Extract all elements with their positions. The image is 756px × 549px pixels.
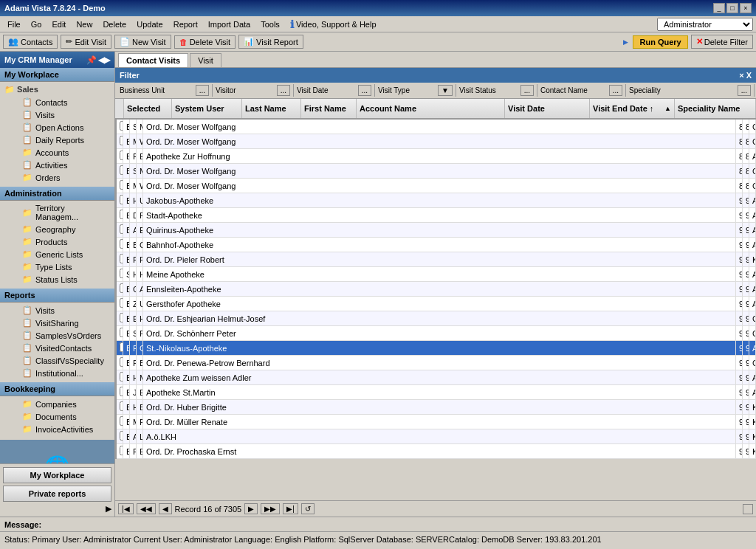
checkbox-cell[interactable] xyxy=(116,164,123,179)
checkbox-cell[interactable] xyxy=(116,208,123,223)
col-first-name[interactable]: First Name xyxy=(301,99,357,118)
nav-visited-contacts[interactable]: 📋 VisitedContacts xyxy=(0,342,114,354)
edit-visit-button[interactable]: ✏ Edit Visit xyxy=(61,35,111,49)
delete-visit-button[interactable]: 🗑 Delete Visit xyxy=(174,35,236,49)
table-row[interactable]: Barth,AlexisEshjearianHelmut-JosefOrd. D… xyxy=(115,311,756,326)
minimize-btn[interactable]: _ xyxy=(713,3,725,13)
nav-visits[interactable]: 📋 Visits xyxy=(0,108,114,121)
checkbox-cell[interactable] xyxy=(116,400,123,415)
nav-status-lists[interactable]: 📁 Status Lists xyxy=(0,273,114,286)
nav-samples-vs-orders[interactable]: 📋 SamplesVsOrders xyxy=(0,329,114,342)
checkbox-cell[interactable] xyxy=(116,134,123,149)
row-checkbox[interactable] xyxy=(120,313,123,322)
nav-classif-speciality[interactable]: 📋 ClassifVsSpeciality xyxy=(0,354,114,367)
menu-new[interactable]: New xyxy=(72,18,97,30)
table-row[interactable]: Bauer,BirgitMoserWolfgangOrd. Dr. Moser … xyxy=(115,179,756,193)
menu-go[interactable]: Go xyxy=(27,18,47,30)
refresh-btn[interactable]: ↺ xyxy=(301,503,315,514)
row-checkbox[interactable] xyxy=(120,269,123,278)
reports-header[interactable]: Reports xyxy=(0,289,114,303)
col-visit-end-date[interactable]: Visit End Date ↑ ▲ xyxy=(590,99,675,118)
checkbox-cell[interactable] xyxy=(116,356,123,370)
checkbox-cell[interactable] xyxy=(116,311,123,326)
checkbox-cell[interactable] xyxy=(116,267,123,282)
row-checkbox[interactable] xyxy=(120,342,123,352)
checkbox-cell[interactable] xyxy=(116,193,123,208)
nav-activities[interactable]: 📋 Activities xyxy=(0,159,114,171)
nav-territory[interactable]: 📁 Territory Managem... xyxy=(0,202,114,223)
bookkeeping-header[interactable]: Bookkeeping xyxy=(0,382,114,396)
checkbox-cell[interactable] xyxy=(116,415,123,429)
nav-accounts[interactable]: 📁 Accounts xyxy=(0,146,114,159)
checkbox-cell[interactable] xyxy=(116,385,123,400)
checkbox-cell[interactable] xyxy=(116,370,123,385)
row-checkbox[interactable] xyxy=(120,210,123,219)
checkbox-cell[interactable] xyxy=(116,326,123,341)
row-checkbox[interactable] xyxy=(120,401,123,411)
table-row[interactable]: Barth,AlexisGöklerAnnemarieEnnsleiten-Ap… xyxy=(115,282,756,297)
nav-open-actions[interactable]: 📋 Open Actions xyxy=(0,121,114,134)
row-checkbox[interactable] xyxy=(120,446,123,455)
row-checkbox[interactable] xyxy=(120,121,123,131)
private-reports-button[interactable]: Private reports xyxy=(3,486,111,502)
checkbox-cell[interactable] xyxy=(116,429,123,444)
table-row[interactable]: Schwab,MartinHaditschHeinrichMeine Apoth… xyxy=(115,267,756,282)
table-row[interactable]: Barth,AlexisJungmeisterErnstApotheke St.… xyxy=(115,385,756,400)
table-row[interactable]: Barth,AlexisPenewa-PetroBernhardOrd. Dr.… xyxy=(115,356,756,370)
filter-visit-status-btn[interactable]: ... xyxy=(520,85,534,96)
row-checkbox[interactable] xyxy=(120,195,123,204)
menu-help[interactable]: ℹ Video, Support & Help xyxy=(286,17,381,32)
next-record-btn[interactable]: ▶ xyxy=(244,503,258,514)
row-checkbox[interactable] xyxy=(120,431,123,441)
admin-dropdown[interactable]: Administrator xyxy=(657,18,753,31)
col-last-name[interactable]: Last Name xyxy=(242,99,301,118)
checkbox-cell[interactable] xyxy=(116,282,123,297)
menu-update[interactable]: Update xyxy=(132,18,167,30)
menu-file[interactable]: File xyxy=(3,18,25,30)
nav-documents[interactable]: 📁 Documents xyxy=(0,410,114,423)
table-row[interactable]: Bauer,BirgitMüllerRenateOrd. Dr. Müller … xyxy=(115,415,756,429)
checkbox-cell[interactable] xyxy=(116,223,123,238)
checkbox-cell[interactable] xyxy=(116,238,123,252)
maximize-btn[interactable]: □ xyxy=(726,3,738,13)
filter-visit-date-btn[interactable]: ... xyxy=(358,85,371,96)
col-account-name[interactable]: Account Name xyxy=(357,99,505,118)
visit-report-button[interactable]: 📊 Visit Report xyxy=(238,35,303,49)
tab-visit[interactable]: Visit xyxy=(190,53,221,67)
filter-speciality-btn[interactable]: ... xyxy=(738,85,751,96)
menu-report[interactable]: Report xyxy=(169,18,202,30)
next-page-btn[interactable]: ▶▶ xyxy=(261,503,280,514)
nav-geography[interactable]: 📁 Geography xyxy=(0,223,114,235)
row-checkbox[interactable] xyxy=(120,416,123,426)
table-row[interactable]: Barth,AlexisHultschMarthaApotheke Zum we… xyxy=(115,370,756,385)
col-selected[interactable]: Selected xyxy=(124,99,172,118)
nav-orders[interactable]: 📁 Orders xyxy=(0,171,114,184)
nav-daily-reports[interactable]: 📋 Daily Reports xyxy=(0,134,114,146)
nav-institutional[interactable]: 📋 Institutional... xyxy=(0,367,114,379)
row-checkbox[interactable] xyxy=(120,136,123,145)
table-row[interactable]: Bauer,BirgitSalzerMariettaOrd. Dr. Moser… xyxy=(115,164,756,179)
checkbox-cell[interactable] xyxy=(116,341,123,356)
admin-header[interactable]: Administration xyxy=(0,187,114,201)
row-checkbox[interactable] xyxy=(120,328,123,337)
menu-import[interactable]: Import Data xyxy=(204,18,255,30)
table-row[interactable]: Barth,AlexisDostalFranzStadt-Apotheke9/1… xyxy=(115,208,756,223)
collapse-arrow[interactable]: ▶ xyxy=(106,504,111,514)
nav-invoice-activities[interactable]: 📁 InvoiceActivities xyxy=(0,423,114,435)
menu-delete[interactable]: Delete xyxy=(98,18,131,30)
nav-reports-visits[interactable]: 📋 Visits xyxy=(0,304,114,317)
checkbox-cell[interactable] xyxy=(116,444,123,459)
nav-contacts[interactable]: 📋 Contacts xyxy=(0,96,114,108)
table-row[interactable]: Barth,AlexisBrunoCorinnaBahnhof-Apotheke… xyxy=(115,238,756,252)
table-row[interactable]: Barth,AlexisAichnerElisabethQuirinus-Apo… xyxy=(115,223,756,238)
row-checkbox[interactable] xyxy=(120,224,123,234)
checkbox-cell[interactable] xyxy=(116,252,123,267)
table-row[interactable]: Barth,AlexisHönigUrsulaJakobus-Apotheke9… xyxy=(115,193,756,208)
checkbox-cell[interactable] xyxy=(116,149,123,164)
table-row[interactable]: Bauer,BirgitSchönherrPeterOrd. Dr. Schön… xyxy=(115,326,756,341)
row-checkbox[interactable] xyxy=(120,254,123,263)
row-checkbox[interactable] xyxy=(120,165,123,175)
filter-visitor-btn[interactable]: ... xyxy=(277,85,290,96)
delete-filter-button[interactable]: ✕ Delete Filter xyxy=(691,35,753,49)
new-visit-button[interactable]: 📄 New Visit xyxy=(114,35,171,49)
